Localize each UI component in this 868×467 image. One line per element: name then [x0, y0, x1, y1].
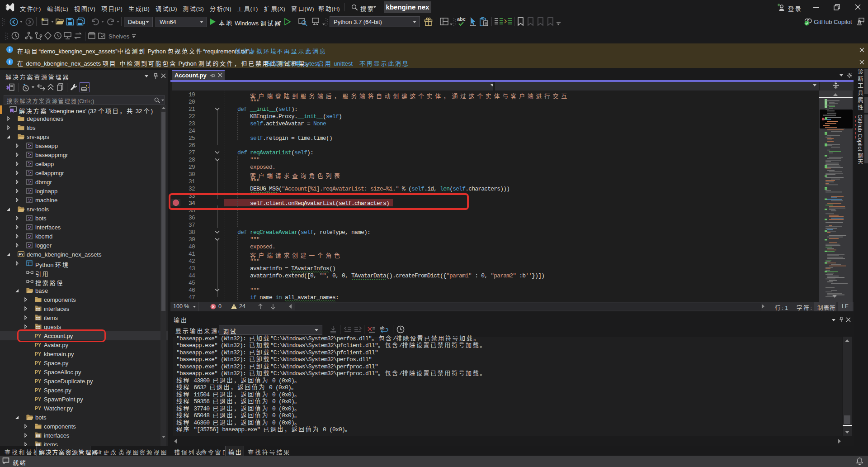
svg-text:ab: ab	[380, 326, 385, 330]
svg-text:PY: PY	[19, 253, 24, 257]
